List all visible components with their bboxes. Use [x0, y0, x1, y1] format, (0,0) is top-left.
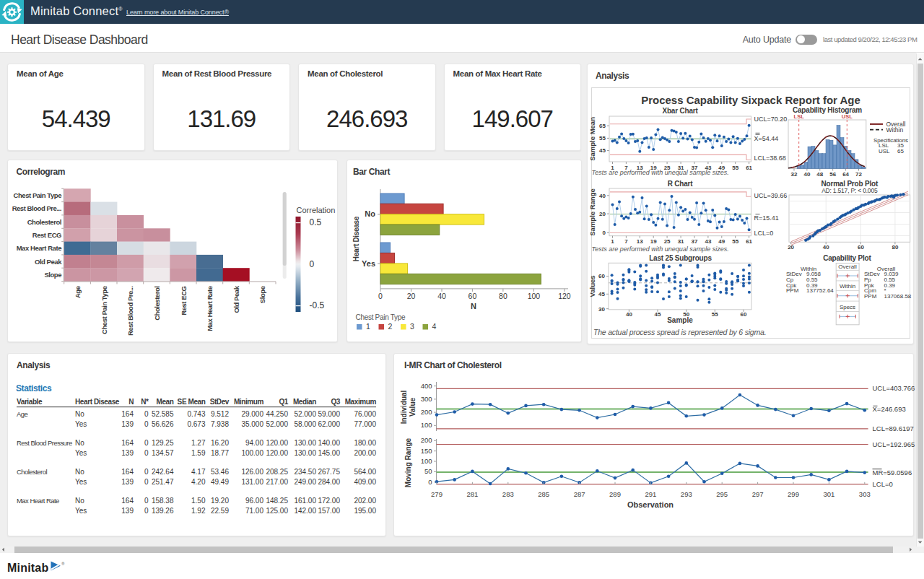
svg-text:®: ® — [61, 561, 64, 565]
